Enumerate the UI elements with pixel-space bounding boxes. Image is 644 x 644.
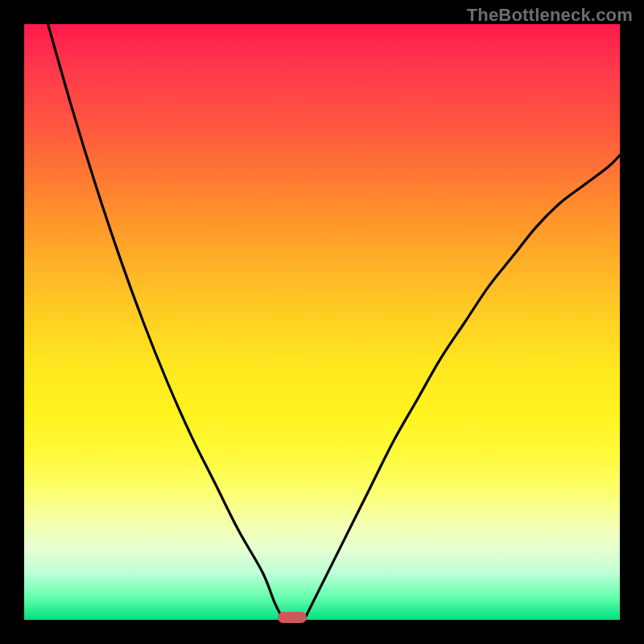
- bottleneck-marker: [278, 612, 307, 623]
- right-curve: [304, 155, 620, 620]
- plot-area: [24, 24, 620, 620]
- watermark-text: TheBottleneck.com: [467, 5, 633, 26]
- left-curve: [48, 24, 283, 620]
- chart-frame: TheBottleneck.com: [0, 0, 644, 644]
- curve-layer: [24, 24, 620, 620]
